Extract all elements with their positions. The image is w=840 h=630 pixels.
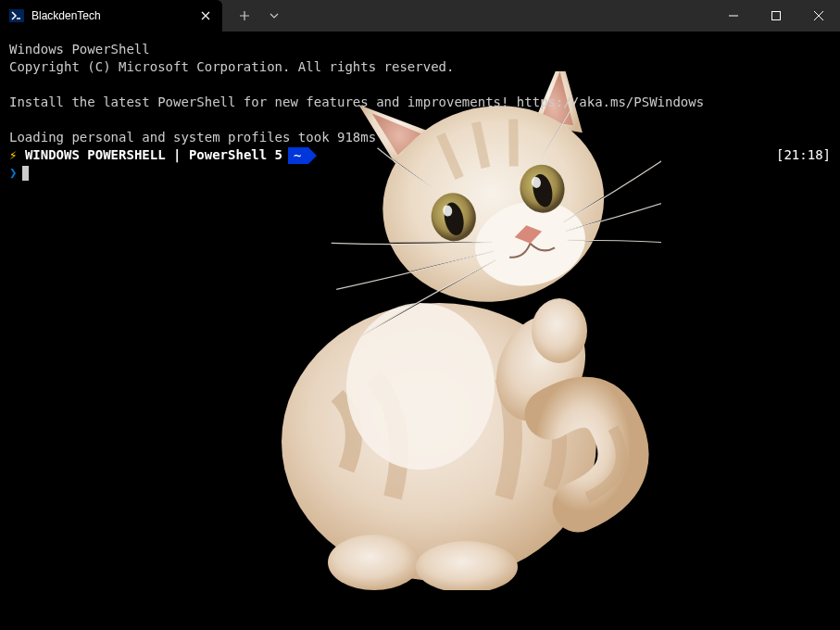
- minimize-button[interactable]: [712, 0, 755, 32]
- blank-line: [9, 111, 831, 129]
- title-bar: BlackdenTech: [0, 0, 840, 32]
- new-tab-button[interactable]: [230, 0, 259, 32]
- tab-title: BlackdenTech: [31, 9, 198, 22]
- svg-rect-3: [772, 12, 781, 20]
- input-line[interactable]: ❯: [9, 164, 831, 182]
- powershell-icon: [9, 8, 24, 23]
- active-tab[interactable]: BlackdenTech: [0, 0, 222, 32]
- prompt-left: ⚡ WINDOWS POWERSHELL | PowerShell 5 ~: [9, 146, 308, 164]
- input-prompt-symbol: ❯: [9, 164, 17, 182]
- svg-point-12: [426, 189, 480, 246]
- blank-line: [9, 76, 831, 94]
- bolt-icon: ⚡: [9, 146, 17, 164]
- tab-actions: [222, 0, 289, 32]
- maximize-button[interactable]: [755, 0, 797, 32]
- terminal-content: Windows PowerShell Copyright (C) Microso…: [9, 41, 831, 182]
- svg-point-8: [328, 535, 420, 590]
- close-button[interactable]: [797, 0, 840, 32]
- svg-point-13: [441, 201, 466, 237]
- prompt-segment-text: WINDOWS POWERSHELL | PowerShell 5: [25, 146, 282, 164]
- terminal-copyright-line: Copyright (C) Microsoft Corporation. All…: [9, 58, 831, 76]
- svg-point-4: [282, 303, 596, 581]
- svg-point-9: [416, 541, 518, 590]
- window-controls: [712, 0, 840, 32]
- svg-point-5: [479, 300, 601, 436]
- tab-dropdown-button[interactable]: [259, 0, 289, 32]
- tab-close-button[interactable]: [198, 8, 213, 23]
- svg-point-14: [442, 205, 453, 218]
- terminal-profile-line: Loading personal and system profiles too…: [9, 129, 831, 146]
- svg-point-11: [467, 191, 593, 296]
- svg-point-6: [532, 298, 587, 363]
- terminal-area[interactable]: Windows PowerShell Copyright (C) Microso…: [0, 32, 840, 630]
- terminal-install-line: Install the latest PowerShell for new fe…: [9, 94, 831, 111]
- svg-point-7: [346, 303, 495, 470]
- prompt-timestamp: [21:18]: [776, 146, 831, 164]
- text-cursor: [22, 166, 29, 181]
- prompt-path-segment: ~: [288, 147, 308, 164]
- prompt-row: ⚡ WINDOWS POWERSHELL | PowerShell 5 ~ [2…: [9, 146, 831, 164]
- terminal-header-line: Windows PowerShell: [9, 41, 831, 58]
